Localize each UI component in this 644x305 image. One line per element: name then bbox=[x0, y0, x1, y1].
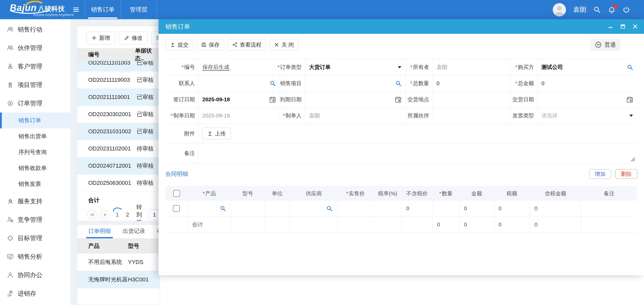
notifications-icon[interactable] bbox=[608, 6, 616, 14]
field-value-备注[interactable] bbox=[199, 143, 637, 164]
sidebar-item-目标管理[interactable]: 目标管理 bbox=[0, 229, 71, 247]
power-icon[interactable] bbox=[622, 6, 630, 14]
sidebar-item-项目管理[interactable]: 项目管理 bbox=[0, 76, 71, 94]
resize-handle-icon[interactable] bbox=[630, 156, 635, 162]
field-value-总数量[interactable]: 0 bbox=[433, 75, 510, 91]
order-row[interactable]: OD20211101003已审核 bbox=[77, 61, 160, 72]
sidebar-item-label: 竞争管理 bbox=[18, 216, 42, 224]
sidebar-subitem-销售发票[interactable]: 销售发票 bbox=[0, 176, 71, 192]
list-button-新增[interactable]: 新增 bbox=[86, 32, 115, 44]
field-value-交货日期[interactable] bbox=[538, 91, 637, 108]
app-logo[interactable]: Bajun八骏科技 Anyone,Anytime,Anywhere! bbox=[10, 1, 66, 18]
tab-订单明细[interactable]: 订单明细 bbox=[88, 227, 111, 238]
field-text: 2025-09-18 bbox=[202, 113, 230, 119]
sidebar-item-销售分析[interactable]: 销售分析 bbox=[0, 247, 71, 266]
sidebar-item-销售行动[interactable]: 销售行动 bbox=[0, 20, 71, 39]
detail-cell[interactable] bbox=[290, 200, 338, 217]
dialog-titlebar[interactable]: 销售订单 bbox=[158, 19, 644, 34]
order-row[interactable]: OD20240712001待审核 bbox=[77, 157, 160, 175]
sidebar-item-客户管理[interactable]: 客户管理 bbox=[0, 57, 71, 76]
增加-button[interactable]: 增加 bbox=[589, 169, 611, 179]
product-row[interactable]: 不用后悔系统YYDS bbox=[77, 253, 160, 271]
field-value-订单类型[interactable]: 大货订单 bbox=[305, 59, 406, 75]
field-value-购买方[interactable]: 测试公司 bbox=[538, 59, 637, 75]
search-icon[interactable] bbox=[326, 205, 333, 212]
field-value-联系人[interactable] bbox=[199, 75, 280, 91]
user-name[interactable]: 袁朗 bbox=[573, 5, 586, 14]
sidebar-item-协同办公[interactable]: 协同办公 bbox=[0, 266, 71, 284]
goto-page-input[interactable]: 1 bbox=[149, 209, 160, 220]
row-checkbox[interactable] bbox=[173, 205, 180, 212]
avatar[interactable] bbox=[553, 3, 566, 16]
dialog-button-保存[interactable]: 保存 bbox=[196, 39, 224, 50]
sidebar-item-竞争管理[interactable]: 竞争管理 bbox=[0, 210, 71, 229]
dialog-button-关闭[interactable]: 关 闭 bbox=[269, 39, 299, 50]
field-value-制单人[interactable]: 袁朗 bbox=[305, 108, 406, 124]
search-icon[interactable] bbox=[270, 80, 276, 87]
order-row[interactable]: OD20250630001待审核 bbox=[77, 175, 160, 192]
column-header-product[interactable]: 产品 bbox=[88, 242, 128, 250]
order-row[interactable]: OD20230302001已审核 bbox=[77, 106, 160, 123]
search-icon[interactable] bbox=[627, 64, 633, 70]
sidebar-item-服务支持[interactable]: 服务支持 bbox=[0, 192, 71, 210]
dialog-button-提交[interactable]: 提交 bbox=[165, 39, 193, 50]
nav-tab-管理层[interactable]: 管理层 bbox=[121, 0, 157, 19]
hamburger-menu-icon[interactable] bbox=[72, 6, 80, 13]
sidebar-item-伙伴管理[interactable]: 伙伴管理 bbox=[0, 39, 71, 57]
search-icon[interactable] bbox=[220, 205, 226, 212]
caret-icon[interactable] bbox=[398, 66, 402, 69]
order-code: OD20240712001 bbox=[88, 162, 137, 169]
mode-button[interactable]: 普通 bbox=[590, 39, 620, 51]
detail-cell[interactable] bbox=[187, 200, 231, 217]
calendar-icon[interactable] bbox=[269, 96, 276, 103]
product-row[interactable]: 无悔牌时光机器H3C001 bbox=[77, 271, 160, 288]
nav-tab-销售订单[interactable]: 销售订单 bbox=[85, 0, 121, 19]
order-row[interactable]: OD20231102001待审核 bbox=[77, 140, 160, 157]
calendar-icon[interactable] bbox=[626, 96, 633, 103]
dialog-button-查看流程[interactable]: 查看流程 bbox=[227, 39, 266, 50]
select-all-checkbox[interactable] bbox=[173, 190, 180, 197]
first-page-button[interactable] bbox=[87, 210, 97, 220]
field-value-销售项目[interactable] bbox=[305, 75, 406, 91]
tab-出货记录[interactable]: 出货记录 bbox=[123, 227, 145, 238]
section-title[interactable]: 合同明细 bbox=[165, 170, 188, 178]
page-number-2[interactable]: 2 bbox=[126, 211, 129, 218]
list-button-修改[interactable]: 修改 bbox=[119, 32, 148, 44]
column-header-code[interactable]: 编号 bbox=[88, 51, 135, 58]
sidebar-item-进销存[interactable]: 进销存 bbox=[0, 284, 71, 303]
column-header-status[interactable]: 单据状态.. bbox=[135, 47, 160, 62]
order-status: 已审核 bbox=[137, 61, 154, 67]
order-rows: OD20211101003已审核OD20211119003已审核OD202111… bbox=[77, 61, 160, 192]
close-icon[interactable] bbox=[632, 23, 638, 30]
column-header-model[interactable]: 型号 bbox=[128, 242, 139, 250]
search-icon[interactable] bbox=[593, 6, 601, 14]
sidebar-subitem-销售收款单[interactable]: 销售收款单 bbox=[0, 160, 71, 176]
upload-button[interactable]: 上传 bbox=[202, 128, 231, 139]
minimize-icon[interactable] bbox=[607, 23, 614, 30]
sidebar-subitem-序列号查询[interactable]: 序列号查询 bbox=[0, 144, 71, 160]
field-value-所属伙伴[interactable] bbox=[433, 108, 510, 124]
删除-button[interactable]: 删除 bbox=[615, 169, 637, 179]
sidebar-item-订单管理[interactable]: 订单管理 bbox=[0, 94, 71, 113]
field-value-签订日期[interactable]: 2025-09-18 bbox=[199, 91, 280, 108]
field-value-交货地点[interactable] bbox=[433, 91, 510, 108]
caret-icon[interactable] bbox=[629, 114, 633, 117]
order-row[interactable]: OD20211119003已审核 bbox=[77, 72, 160, 89]
field-value-总金额[interactable]: 0 bbox=[538, 75, 637, 91]
sidebar-subitem-销售订单[interactable]: 销售订单 bbox=[0, 113, 71, 128]
page-number-1[interactable]: 1 bbox=[116, 211, 119, 218]
field-label-备注: 备注 bbox=[165, 143, 199, 164]
field-value-到期日期[interactable] bbox=[305, 91, 406, 108]
prev-page-button[interactable] bbox=[100, 210, 110, 220]
order-row[interactable]: OD20211119001已审核 bbox=[77, 89, 160, 106]
field-value-发票类型[interactable]: 请选择 bbox=[538, 108, 637, 124]
calendar-icon[interactable] bbox=[395, 96, 402, 103]
sidebar-subitem-销售出货单[interactable]: 销售出货单 bbox=[0, 128, 71, 144]
xmark-icon bbox=[274, 42, 279, 47]
search-icon[interactable] bbox=[395, 80, 402, 87]
field-value-制单日期[interactable]: 2025-09-18 bbox=[199, 108, 280, 124]
field-value-编号[interactable]: 保存后生成 bbox=[199, 59, 280, 75]
field-value-所有者[interactable]: 袁朗 bbox=[433, 59, 510, 75]
maximize-icon[interactable] bbox=[620, 23, 626, 30]
order-row[interactable]: OD20231031002已审核 bbox=[77, 123, 160, 140]
